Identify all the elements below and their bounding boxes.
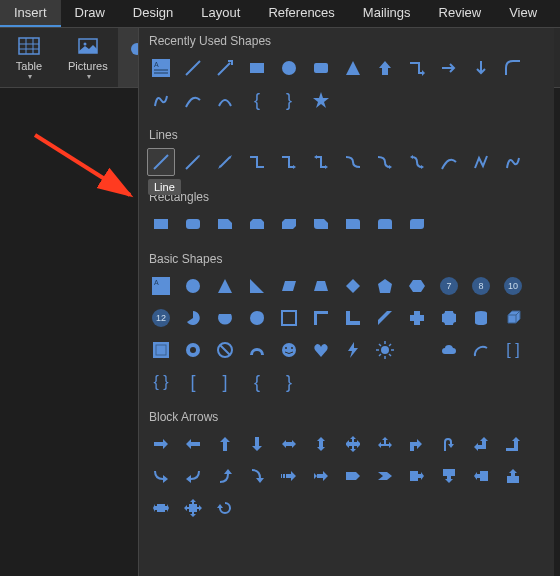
arrow-pentagon[interactable] <box>339 462 367 490</box>
shape-oval[interactable] <box>275 54 303 82</box>
tab-draw[interactable]: Draw <box>61 0 119 27</box>
tab-layout[interactable]: Layout <box>187 0 254 27</box>
shape-arrow-right[interactable] <box>435 54 463 82</box>
shape-l-shape[interactable] <box>339 304 367 332</box>
arrow-bent-up[interactable] <box>499 430 527 458</box>
shape-snip-single[interactable] <box>211 210 239 238</box>
arrow-uturn[interactable] <box>435 430 463 458</box>
arrow-left[interactable] <box>179 430 207 458</box>
shape-arc-2[interactable] <box>467 336 495 364</box>
shape-round-same[interactable] <box>371 210 399 238</box>
pictures-button[interactable]: Pictures▾ <box>58 28 118 87</box>
shape-rect[interactable] <box>147 210 175 238</box>
shape-moon[interactable] <box>403 336 431 364</box>
shape-line-arrow-2[interactable] <box>179 148 207 176</box>
arrow-right[interactable] <box>147 430 175 458</box>
shape-half-frame[interactable] <box>307 304 335 332</box>
arrow-curved-right[interactable] <box>147 462 175 490</box>
arrow-curved-down[interactable] <box>243 462 271 490</box>
shape-no-symbol[interactable] <box>211 336 239 364</box>
shape-pie[interactable] <box>179 304 207 332</box>
arrow-lr-callout[interactable] <box>147 494 175 522</box>
tab-review[interactable]: Review <box>425 0 496 27</box>
shape-line-selected[interactable]: Line <box>147 148 175 176</box>
arrow-bent[interactable] <box>403 430 431 458</box>
shape-scribble-2[interactable] <box>499 148 527 176</box>
shape-teardrop[interactable] <box>243 304 271 332</box>
arrow-circular[interactable] <box>211 494 239 522</box>
tab-mailings[interactable]: Mailings <box>349 0 425 27</box>
shape-curved-conn[interactable] <box>339 148 367 176</box>
shape-line[interactable] <box>179 54 207 82</box>
tab-insert[interactable]: Insert <box>0 0 61 27</box>
shape-chord[interactable] <box>211 304 239 332</box>
shape-text-box-2[interactable]: A <box>147 272 175 300</box>
shape-double-bracket[interactable]: [ ] <box>499 336 527 364</box>
shape-round-diag[interactable] <box>403 210 431 238</box>
shape-smiley[interactable] <box>275 336 303 364</box>
shape-double-brace[interactable]: { } <box>147 368 175 396</box>
arrow-left-right-up[interactable] <box>371 430 399 458</box>
shape-arrow-up[interactable] <box>371 54 399 82</box>
arrow-down-callout[interactable] <box>435 462 463 490</box>
shape-frame[interactable] <box>275 304 303 332</box>
shape-arc[interactable] <box>211 86 239 114</box>
shape-right-triangle[interactable] <box>243 272 271 300</box>
shape-left-bracket[interactable]: [ <box>179 368 207 396</box>
shape-arc-corner[interactable] <box>499 54 527 82</box>
arrow-down-block[interactable] <box>243 430 271 458</box>
tab-references[interactable]: References <box>254 0 348 27</box>
shape-cube[interactable] <box>499 304 527 332</box>
shape-connector-elbow[interactable] <box>403 54 431 82</box>
shape-trapezoid[interactable] <box>307 272 335 300</box>
shape-heptagon-badge[interactable]: 7 <box>435 272 463 300</box>
arrow-left-callout[interactable] <box>467 462 495 490</box>
shape-decagon-badge[interactable]: 10 <box>499 272 527 300</box>
shape-star[interactable] <box>307 86 335 114</box>
shape-text-box[interactable]: A <box>147 54 175 82</box>
shape-dodecagon-badge[interactable]: 12 <box>147 304 175 332</box>
shape-oval-2[interactable] <box>179 272 207 300</box>
shape-line-arrow[interactable] <box>211 54 239 82</box>
arrow-right-callout[interactable] <box>403 462 431 490</box>
shape-diamond[interactable] <box>339 272 367 300</box>
shape-round-single[interactable] <box>339 210 367 238</box>
shape-plus[interactable] <box>403 304 431 332</box>
shape-curve[interactable] <box>179 86 207 114</box>
arrow-up-down[interactable] <box>307 430 335 458</box>
shape-octagon-badge[interactable]: 8 <box>467 272 495 300</box>
shape-curved-double[interactable] <box>403 148 431 176</box>
shape-can[interactable] <box>467 304 495 332</box>
arrow-quad-callout[interactable] <box>179 494 207 522</box>
tab-view[interactable]: View <box>495 0 551 27</box>
tab-design[interactable]: Design <box>119 0 187 27</box>
shape-rectangle[interactable] <box>243 54 271 82</box>
table-button[interactable]: Table▾ <box>0 28 58 87</box>
shape-arrow-down[interactable] <box>467 54 495 82</box>
shape-freeform[interactable] <box>467 148 495 176</box>
shape-donut[interactable] <box>179 336 207 364</box>
arrow-notched-right[interactable] <box>307 462 335 490</box>
shape-line-double-arrow[interactable] <box>211 148 239 176</box>
shape-sun[interactable] <box>371 336 399 364</box>
shape-snip-same[interactable] <box>243 210 271 238</box>
shape-curve-2[interactable] <box>435 148 463 176</box>
shape-right-brace-2[interactable]: } <box>275 368 303 396</box>
shape-right-bracket[interactable]: ] <box>211 368 239 396</box>
arrow-chevron[interactable] <box>371 462 399 490</box>
arrow-left-right[interactable] <box>275 430 303 458</box>
arrow-curved-left[interactable] <box>179 462 207 490</box>
shape-elbow[interactable] <box>243 148 271 176</box>
shape-right-brace[interactable]: } <box>275 86 303 114</box>
shape-hexagon[interactable] <box>403 272 431 300</box>
shape-diag-stripe[interactable] <box>371 304 399 332</box>
shape-triangle-2[interactable] <box>211 272 239 300</box>
shape-triangle[interactable] <box>339 54 367 82</box>
arrow-striped-right[interactable] <box>275 462 303 490</box>
shape-pentagon[interactable] <box>371 272 399 300</box>
arrow-quad[interactable] <box>339 430 367 458</box>
shape-scribble[interactable] <box>147 86 175 114</box>
arrow-left-up[interactable] <box>467 430 495 458</box>
shape-lightning[interactable] <box>339 336 367 364</box>
arrow-curved-up[interactable] <box>211 462 239 490</box>
